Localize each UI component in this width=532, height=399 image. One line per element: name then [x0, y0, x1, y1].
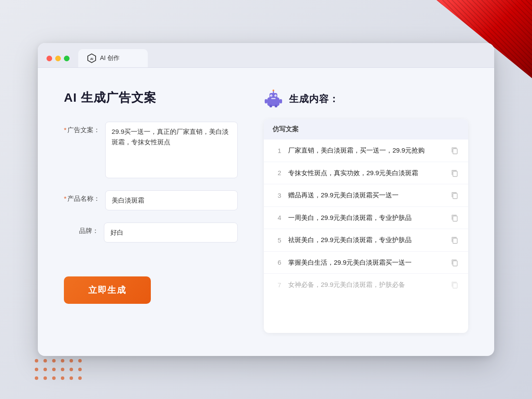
copy-icon[interactable]: [450, 235, 459, 245]
row-number: 2: [273, 169, 281, 176]
svg-rect-19: [453, 238, 457, 243]
bg-decoration-dots: [35, 359, 83, 382]
svg-rect-20: [453, 261, 457, 266]
svg-rect-14: [275, 105, 277, 107]
svg-rect-10: [271, 98, 276, 100]
generate-button[interactable]: 立即生成: [64, 276, 151, 304]
row-text: 赠品再送，29.9元美白淡斑霜买一送一: [288, 190, 443, 200]
row-text: 掌握美白生活，29.9元美白淡斑霜买一送一: [288, 258, 443, 268]
product-name-label: *产品名称：: [64, 190, 100, 203]
svg-rect-13: [269, 105, 272, 107]
ad-copy-label: *广告文案：: [64, 122, 100, 134]
svg-rect-15: [453, 149, 457, 154]
row-text: 祛斑美白，29.9元美白淡斑霜，专业护肤品: [288, 235, 443, 245]
result-rows-container: 1厂家直销，美白淡斑霜，买一送一，29.9元抢购 2专抹女性斑点，真实功效，29…: [264, 140, 468, 296]
table-row: 5祛斑美白，29.9元美白淡斑霜，专业护肤品: [264, 229, 468, 252]
table-row: 6掌握美白生活，29.9元美白淡斑霜买一送一: [264, 252, 468, 274]
traffic-lights: [47, 56, 70, 67]
row-number: 6: [273, 259, 281, 266]
svg-rect-18: [453, 216, 457, 221]
table-row: 3赠品再送，29.9元美白淡斑霜买一送一: [264, 184, 468, 207]
row-text: 女神必备，29.9元美白淡斑霜，护肤必备: [288, 280, 443, 290]
svg-rect-17: [453, 193, 457, 199]
tab-title: AI 创作: [100, 54, 120, 62]
product-name-required: *: [64, 195, 66, 202]
svg-point-5: [273, 90, 274, 91]
copy-icon[interactable]: [450, 213, 459, 223]
result-table-header: 仿写文案: [264, 119, 468, 140]
ad-copy-required: *: [64, 126, 66, 133]
svg-text:AI: AI: [90, 57, 93, 60]
close-button[interactable]: [47, 56, 52, 61]
product-name-input[interactable]: [105, 190, 238, 210]
table-row: 4一周美白，29.9元美白淡斑霜，专业护肤品: [264, 207, 468, 229]
row-number: 4: [273, 214, 281, 221]
table-row: 2专抹女性斑点，真实功效，29.9元美白淡斑霜: [264, 162, 468, 185]
copy-icon[interactable]: [450, 190, 459, 200]
row-text: 一周美白，29.9元美白淡斑霜，专业护肤品: [288, 213, 443, 223]
main-content: AI 生成广告文案 *广告文案： *产品名称： 品牌： 立: [38, 68, 494, 355]
row-text: 厂家直销，美白淡斑霜，买一送一，29.9元抢购: [288, 146, 443, 156]
result-header: 生成内容：: [264, 90, 468, 109]
page-title: AI 生成广告文案: [64, 90, 238, 106]
row-text: 专抹女性斑点，真实功效，29.9元美白淡斑霜: [288, 168, 443, 178]
right-panel: 生成内容： 仿写文案 1厂家直销，美白淡斑霜，买一送一，29.9元抢购 2专抹女…: [264, 90, 468, 333]
brand-input[interactable]: [104, 223, 238, 243]
browser-window: AI AI 创作 AI 生成广告文案 *广告文案： *产品名称：: [38, 43, 494, 356]
row-number: 7: [273, 281, 281, 289]
svg-rect-16: [453, 171, 457, 176]
minimize-button[interactable]: [55, 56, 61, 61]
copy-icon[interactable]: [450, 146, 459, 155]
maximize-button[interactable]: [64, 56, 70, 61]
browser-chrome: AI AI 创作: [38, 43, 494, 68]
row-number: 5: [273, 236, 281, 244]
copy-icon[interactable]: [450, 258, 459, 267]
result-table: 仿写文案 1厂家直销，美白淡斑霜，买一送一，29.9元抢购 2专抹女性斑点，真实…: [264, 119, 468, 333]
result-title: 生成内容：: [289, 93, 339, 106]
row-number: 3: [273, 192, 281, 199]
product-name-group: *产品名称：: [64, 190, 238, 210]
svg-rect-11: [265, 99, 267, 103]
svg-rect-21: [453, 283, 457, 288]
brand-group: 品牌：: [64, 223, 238, 243]
ad-copy-input[interactable]: [105, 122, 238, 178]
row-number: 1: [273, 147, 281, 154]
robot-icon: [264, 90, 283, 109]
brand-label: 品牌：: [64, 223, 99, 235]
svg-point-9: [276, 96, 276, 96]
left-panel: AI 生成广告文案 *广告文案： *产品名称： 品牌： 立: [64, 90, 238, 333]
ad-copy-group: *广告文案：: [64, 122, 238, 178]
table-row: 1厂家直销，美白淡斑霜，买一送一，29.9元抢购: [264, 140, 468, 162]
svg-point-8: [271, 96, 272, 96]
copy-icon[interactable]: [450, 280, 459, 289]
browser-tab[interactable]: AI AI 创作: [78, 49, 148, 67]
table-row: 7女神必备，29.9元美白淡斑霜，护肤必备: [264, 274, 468, 296]
ai-tab-icon: AI: [87, 53, 96, 63]
svg-rect-12: [279, 99, 282, 103]
copy-icon[interactable]: [450, 168, 459, 178]
